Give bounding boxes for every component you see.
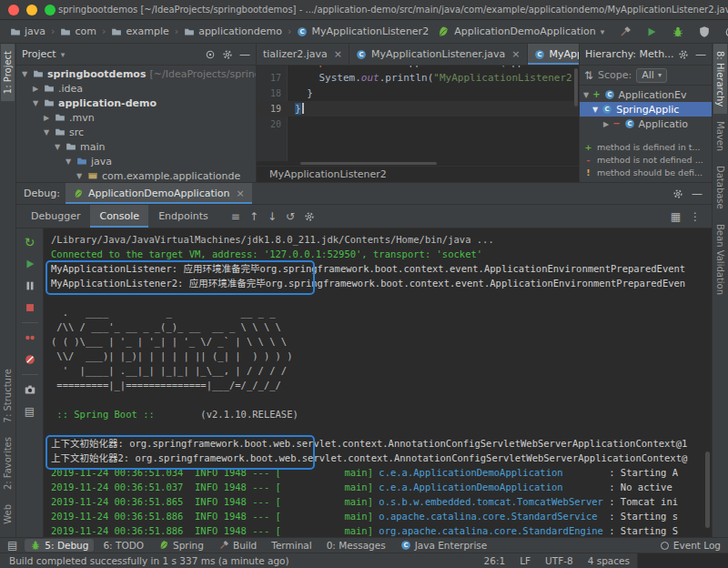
zoom-window-button[interactable] (45, 5, 56, 15)
tool-stripe-web[interactable]: Web (1, 497, 15, 532)
breadcrumb-com[interactable]: com (57, 25, 99, 38)
toolwindow-button-messages[interactable]: 0: Messages (321, 539, 391, 552)
close-tab-icon[interactable]: × (334, 48, 342, 60)
toolwindow-button-build[interactable]: Build (213, 539, 262, 552)
tool-stripe-project[interactable]: 1: Project (1, 44, 15, 101)
debug-button[interactable] (669, 23, 687, 41)
encoding-indicator[interactable]: UTF-8 (545, 555, 573, 566)
pause-button[interactable] (20, 277, 40, 295)
breadcrumb-example[interactable]: example (108, 25, 171, 38)
breadcrumb-java[interactable]: java (7, 25, 48, 38)
log-line: 2019-11-24 00:36:51.886 INFO 1948 --- [ … (51, 509, 712, 523)
scope-selector[interactable]: All ▾ (636, 68, 667, 83)
toolwindow-button-terminal[interactable]: Terminal (266, 539, 317, 552)
editor-tab-listener2-active[interactable]: MyApplicationListener2.java × (528, 44, 579, 65)
tree-item-mvn[interactable]: ▶ .mvn (16, 110, 256, 125)
breadcrumb-applicationdemo[interactable]: applicationdemo (181, 25, 285, 38)
tool-stripe-database[interactable]: Database (713, 158, 727, 217)
build-button[interactable] (616, 23, 634, 41)
tree-item-main[interactable]: ▼ main (16, 139, 256, 154)
editor-tab-initializer2[interactable]: tializer2.java × (257, 44, 349, 65)
expand-arrow-icon[interactable]: ▶ (603, 120, 609, 128)
step-up-icon[interactable]: ↑ (249, 211, 258, 222)
gear-icon[interactable] (222, 49, 233, 60)
step-down-icon[interactable]: ↓ (268, 211, 277, 222)
stop-button[interactable] (20, 299, 40, 317)
gear-icon[interactable] (672, 188, 683, 199)
editor-tab-listener[interactable]: MyApplicationListener.java × (349, 44, 527, 65)
hide-panel-icon[interactable]: — (695, 49, 706, 60)
event-log-button[interactable]: Event Log (661, 540, 721, 551)
rerun-button[interactable]: ↻ (20, 233, 40, 251)
run-button[interactable] (642, 23, 661, 41)
expand-arrow-icon[interactable]: ▼ (592, 106, 598, 114)
tool-stripe-bean-validation[interactable]: Bean Validation (713, 217, 727, 302)
toolwindow-button-debug[interactable]: 5: Debug (25, 539, 94, 552)
debug-session-tab[interactable]: ApplicationDemoApplication × (66, 183, 252, 204)
thread-dump-button[interactable] (20, 380, 40, 399)
tree-item-project-root[interactable]: ▼ springbootdemos [~/IdeaProjects/spring (16, 66, 256, 81)
tree-item-package[interactable]: ▼ com.example.applicationde (16, 168, 256, 182)
expand-arrow-icon[interactable]: ▼ (75, 172, 84, 180)
editor-breadcrumb-item[interactable]: MyApplicationListener2 (269, 168, 387, 180)
code-editor[interactable]: public void onApplicationEvent(Applicati… (257, 66, 579, 161)
hierarchy-item-applicationevent[interactable]: ▼ + ApplicationEv (580, 87, 712, 102)
console-vertical-scrollbar[interactable] (705, 451, 710, 528)
close-tab-icon[interactable]: × (511, 48, 520, 60)
tool-stripe-structure[interactable]: 7: Structure (1, 361, 15, 430)
close-session-icon[interactable]: × (237, 188, 245, 199)
tree-item-src[interactable]: ▼ src (16, 125, 256, 139)
expand-arrow-icon[interactable]: ▼ (583, 91, 589, 99)
tool-stripe-favorites[interactable]: 2: Favorites (1, 430, 15, 497)
toolwindow-button-todo[interactable]: 6: TODO (97, 539, 149, 552)
expand-arrow-icon[interactable]: ▼ (64, 157, 73, 166)
line-separator-indicator[interactable]: LF (520, 555, 531, 566)
sort-icon[interactable]: ⇅ (584, 70, 593, 81)
expand-arrow-icon[interactable]: ▼ (31, 99, 40, 107)
project-panel-title[interactable]: Project (22, 48, 56, 60)
toolwindow-button-spring[interactable]: Spring (153, 539, 209, 552)
restore-layout-icon[interactable]: ↺ (286, 211, 295, 222)
hierarchy-item-springapplication-selected[interactable]: ▼ SpringApplic (580, 102, 712, 117)
minimize-window-button[interactable] (26, 5, 37, 15)
breadcrumb-class[interactable]: MyApplicationListener2 (294, 25, 431, 38)
editor-vertical-scrollbar[interactable] (574, 68, 578, 106)
hierarchy-item-application[interactable]: ▶ − Applicatio (580, 117, 712, 131)
memory-view-button[interactable]: ▤ (20, 402, 40, 421)
view-breakpoints-button[interactable] (20, 329, 40, 347)
indent-indicator[interactable]: 4 spaces (588, 555, 630, 566)
tab-debugger[interactable]: Debugger (22, 205, 89, 228)
editor-horizontal-scrollbar[interactable] (257, 161, 579, 166)
toolwindow-button-java-enterprise[interactable]: Java Enterprise (395, 539, 493, 552)
expand-arrow-icon[interactable]: ▶ (31, 85, 40, 93)
tool-stripe-maven[interactable]: Maven (713, 114, 727, 158)
expand-arrow-icon[interactable]: ▼ (20, 70, 29, 78)
tree-item-application-demo[interactable]: ▼ application-demo (16, 96, 256, 110)
gear-icon[interactable] (678, 49, 689, 60)
resume-button[interactable] (20, 255, 40, 273)
console-output[interactable]: /Library/Java/JavaVirtualMachines/jdk1.8… (44, 228, 712, 537)
gear-icon[interactable] (304, 211, 315, 222)
profiler-button[interactable] (722, 23, 728, 41)
caret-position-indicator[interactable]: 26:1 (484, 555, 506, 566)
tool-windows-switcher-icon[interactable]: ▤ (7, 540, 17, 551)
mute-breakpoints-button[interactable] (20, 350, 40, 369)
expand-arrow-icon[interactable]: ▼ (42, 128, 51, 137)
hide-panel-icon[interactable]: — (692, 188, 703, 199)
more-options-icon[interactable]: ⋮ (690, 211, 701, 222)
layout-icon[interactable]: ≡ (231, 211, 240, 222)
locate-file-icon[interactable] (205, 49, 216, 60)
tab-endpoints[interactable]: Endpoints (149, 205, 217, 228)
tool-stripe-hierarchy[interactable]: 8: Hierarchy (713, 44, 727, 114)
run-configuration-selector[interactable]: ApplicationDemoApplication ▾ (433, 24, 608, 40)
coverage-button[interactable] (695, 23, 713, 41)
tree-item-idea[interactable]: ▶ .idea (16, 81, 256, 96)
hide-panel-icon[interactable]: — (239, 49, 250, 60)
tree-item-java[interactable]: ▼ java (16, 154, 256, 168)
grid-icon[interactable]: ▦ (671, 211, 681, 222)
expand-arrow-icon[interactable]: ▼ (53, 143, 62, 151)
expand-arrow-icon[interactable]: ▶ (42, 114, 51, 122)
status-message[interactable]: Build completed successfully in 1 s 337 … (0, 555, 289, 566)
tab-console-active[interactable]: Console (90, 205, 148, 228)
close-window-button[interactable] (8, 5, 19, 15)
